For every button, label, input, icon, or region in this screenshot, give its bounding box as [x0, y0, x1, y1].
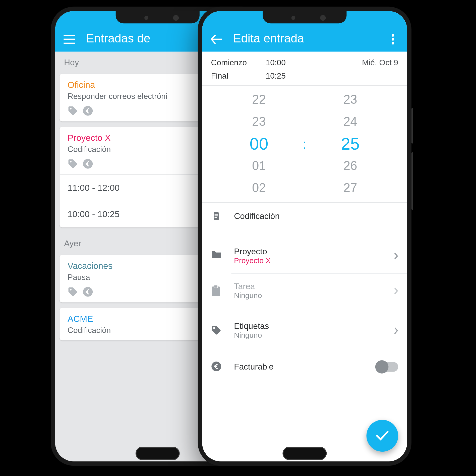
euro-icon	[211, 361, 223, 373]
chevron-right-icon	[394, 287, 398, 295]
tag-icon	[68, 286, 78, 297]
svg-rect-7	[214, 285, 218, 288]
device-notch	[116, 11, 200, 23]
device-notch	[263, 11, 346, 23]
hours-wheel[interactable]: 22 23 00 01 02	[240, 89, 278, 199]
back-icon[interactable]	[210, 33, 222, 45]
svg-point-3	[392, 34, 394, 37]
start-label: Comienzo	[211, 56, 255, 69]
page-title: Edita entrada	[233, 32, 376, 46]
confirm-fab[interactable]	[367, 420, 398, 452]
entry-date[interactable]: Mié, Oct 9	[362, 56, 398, 69]
tags-row[interactable]: Etiquetas Ninguno	[202, 314, 407, 348]
overflow-menu-icon[interactable]	[387, 33, 399, 45]
tags-label: Etiquetas	[234, 321, 382, 331]
chevron-right-icon	[394, 327, 398, 335]
duration-picker[interactable]: 22 23 00 01 02 : 23 24 25 26 27	[202, 85, 407, 203]
description-value: Codificación	[234, 211, 398, 221]
end-label: Final	[211, 69, 255, 83]
euro-icon	[83, 105, 93, 116]
folder-icon	[211, 250, 223, 262]
billable-toggle[interactable]	[377, 362, 398, 372]
euro-icon	[83, 158, 93, 169]
menu-icon[interactable]	[63, 33, 75, 45]
tag-icon	[68, 105, 78, 116]
svg-point-5	[392, 42, 394, 45]
device-home-button[interactable]	[282, 447, 327, 460]
tag-icon	[68, 158, 78, 169]
billable-label: Facturable	[234, 362, 398, 372]
tag-icon	[211, 325, 223, 336]
minutes-wheel[interactable]: 23 24 25 26 27	[331, 89, 369, 199]
start-time[interactable]: 10:00	[266, 56, 286, 69]
end-time[interactable]: 10:25	[266, 69, 286, 83]
task-row[interactable]: Tarea Ninguno	[202, 274, 407, 308]
note-icon	[211, 211, 223, 222]
project-label: Proyecto	[234, 247, 382, 257]
time-separator: :	[303, 136, 307, 152]
chevron-right-icon	[394, 252, 398, 260]
time-summary: Comienzo 10:00 Mié, Oct 9 Final 10:25	[202, 52, 407, 85]
device-home-button[interactable]	[136, 447, 180, 460]
task-value: Ninguno	[234, 291, 382, 300]
project-row[interactable]: Proyecto Proyecto X	[202, 239, 407, 273]
description-row[interactable]: Codificación	[202, 203, 407, 230]
svg-point-4	[392, 38, 394, 41]
clipboard-icon	[211, 285, 223, 297]
euro-icon	[83, 286, 93, 297]
phone-edit-entry: Edita entrada Comienzo 10:00 Mié, Oct 9 …	[198, 7, 411, 466]
tags-value: Ninguno	[234, 331, 382, 340]
task-label: Tarea	[234, 282, 382, 291]
project-value: Proyecto X	[234, 257, 382, 265]
billable-row[interactable]: Facturable	[202, 353, 407, 381]
